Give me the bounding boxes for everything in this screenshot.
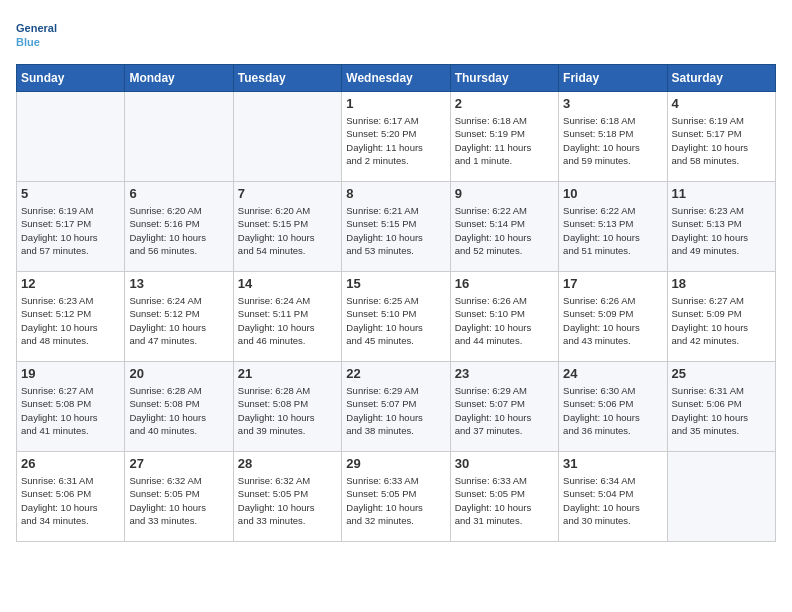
calendar-cell: 8Sunrise: 6:21 AM Sunset: 5:15 PM Daylig… <box>342 182 450 272</box>
day-number: 20 <box>129 366 228 381</box>
calendar-week-5: 26Sunrise: 6:31 AM Sunset: 5:06 PM Dayli… <box>17 452 776 542</box>
day-info: Sunrise: 6:24 AM Sunset: 5:11 PM Dayligh… <box>238 294 337 347</box>
day-number: 29 <box>346 456 445 471</box>
day-number: 17 <box>563 276 662 291</box>
calendar-cell: 24Sunrise: 6:30 AM Sunset: 5:06 PM Dayli… <box>559 362 667 452</box>
calendar-body: 1Sunrise: 6:17 AM Sunset: 5:20 PM Daylig… <box>17 92 776 542</box>
day-number: 26 <box>21 456 120 471</box>
calendar-cell: 5Sunrise: 6:19 AM Sunset: 5:17 PM Daylig… <box>17 182 125 272</box>
day-info: Sunrise: 6:33 AM Sunset: 5:05 PM Dayligh… <box>455 474 554 527</box>
day-info: Sunrise: 6:31 AM Sunset: 5:06 PM Dayligh… <box>672 384 771 437</box>
day-number: 13 <box>129 276 228 291</box>
day-info: Sunrise: 6:28 AM Sunset: 5:08 PM Dayligh… <box>129 384 228 437</box>
calendar-cell <box>125 92 233 182</box>
calendar-cell: 11Sunrise: 6:23 AM Sunset: 5:13 PM Dayli… <box>667 182 775 272</box>
day-info: Sunrise: 6:26 AM Sunset: 5:09 PM Dayligh… <box>563 294 662 347</box>
calendar-cell: 10Sunrise: 6:22 AM Sunset: 5:13 PM Dayli… <box>559 182 667 272</box>
day-number: 15 <box>346 276 445 291</box>
calendar-cell: 9Sunrise: 6:22 AM Sunset: 5:14 PM Daylig… <box>450 182 558 272</box>
calendar-cell: 22Sunrise: 6:29 AM Sunset: 5:07 PM Dayli… <box>342 362 450 452</box>
day-number: 22 <box>346 366 445 381</box>
svg-text:General: General <box>16 22 57 34</box>
svg-text:Blue: Blue <box>16 36 40 48</box>
calendar-cell: 30Sunrise: 6:33 AM Sunset: 5:05 PM Dayli… <box>450 452 558 542</box>
calendar-table: SundayMondayTuesdayWednesdayThursdayFrid… <box>16 64 776 542</box>
day-number: 19 <box>21 366 120 381</box>
calendar-cell: 18Sunrise: 6:27 AM Sunset: 5:09 PM Dayli… <box>667 272 775 362</box>
day-number: 4 <box>672 96 771 111</box>
calendar-cell: 21Sunrise: 6:28 AM Sunset: 5:08 PM Dayli… <box>233 362 341 452</box>
day-number: 31 <box>563 456 662 471</box>
calendar-week-1: 1Sunrise: 6:17 AM Sunset: 5:20 PM Daylig… <box>17 92 776 182</box>
day-info: Sunrise: 6:18 AM Sunset: 5:18 PM Dayligh… <box>563 114 662 167</box>
calendar-cell: 29Sunrise: 6:33 AM Sunset: 5:05 PM Dayli… <box>342 452 450 542</box>
calendar-cell: 23Sunrise: 6:29 AM Sunset: 5:07 PM Dayli… <box>450 362 558 452</box>
day-number: 7 <box>238 186 337 201</box>
calendar-cell: 7Sunrise: 6:20 AM Sunset: 5:15 PM Daylig… <box>233 182 341 272</box>
weekday-header-row: SundayMondayTuesdayWednesdayThursdayFrid… <box>17 65 776 92</box>
day-number: 18 <box>672 276 771 291</box>
calendar-week-2: 5Sunrise: 6:19 AM Sunset: 5:17 PM Daylig… <box>17 182 776 272</box>
weekday-header-saturday: Saturday <box>667 65 775 92</box>
weekday-header-friday: Friday <box>559 65 667 92</box>
day-number: 2 <box>455 96 554 111</box>
day-info: Sunrise: 6:27 AM Sunset: 5:08 PM Dayligh… <box>21 384 120 437</box>
day-info: Sunrise: 6:24 AM Sunset: 5:12 PM Dayligh… <box>129 294 228 347</box>
weekday-header-tuesday: Tuesday <box>233 65 341 92</box>
day-info: Sunrise: 6:22 AM Sunset: 5:13 PM Dayligh… <box>563 204 662 257</box>
calendar-week-4: 19Sunrise: 6:27 AM Sunset: 5:08 PM Dayli… <box>17 362 776 452</box>
day-number: 1 <box>346 96 445 111</box>
svg-marker-4 <box>56 16 66 28</box>
day-number: 12 <box>21 276 120 291</box>
calendar-cell: 4Sunrise: 6:19 AM Sunset: 5:17 PM Daylig… <box>667 92 775 182</box>
calendar-cell: 14Sunrise: 6:24 AM Sunset: 5:11 PM Dayli… <box>233 272 341 362</box>
logo-svg: General Blue <box>16 16 66 56</box>
day-info: Sunrise: 6:19 AM Sunset: 5:17 PM Dayligh… <box>21 204 120 257</box>
calendar-cell: 13Sunrise: 6:24 AM Sunset: 5:12 PM Dayli… <box>125 272 233 362</box>
calendar-cell <box>17 92 125 182</box>
calendar-cell: 19Sunrise: 6:27 AM Sunset: 5:08 PM Dayli… <box>17 362 125 452</box>
day-info: Sunrise: 6:28 AM Sunset: 5:08 PM Dayligh… <box>238 384 337 437</box>
day-info: Sunrise: 6:30 AM Sunset: 5:06 PM Dayligh… <box>563 384 662 437</box>
day-info: Sunrise: 6:21 AM Sunset: 5:15 PM Dayligh… <box>346 204 445 257</box>
weekday-header-thursday: Thursday <box>450 65 558 92</box>
day-number: 5 <box>21 186 120 201</box>
day-number: 10 <box>563 186 662 201</box>
logo: General Blue <box>16 16 66 56</box>
day-number: 8 <box>346 186 445 201</box>
calendar-cell: 12Sunrise: 6:23 AM Sunset: 5:12 PM Dayli… <box>17 272 125 362</box>
day-number: 21 <box>238 366 337 381</box>
day-info: Sunrise: 6:26 AM Sunset: 5:10 PM Dayligh… <box>455 294 554 347</box>
weekday-header-sunday: Sunday <box>17 65 125 92</box>
calendar-cell: 2Sunrise: 6:18 AM Sunset: 5:19 PM Daylig… <box>450 92 558 182</box>
day-info: Sunrise: 6:19 AM Sunset: 5:17 PM Dayligh… <box>672 114 771 167</box>
day-number: 3 <box>563 96 662 111</box>
calendar-cell <box>667 452 775 542</box>
calendar-cell: 26Sunrise: 6:31 AM Sunset: 5:06 PM Dayli… <box>17 452 125 542</box>
calendar-cell <box>233 92 341 182</box>
day-number: 23 <box>455 366 554 381</box>
calendar-cell: 3Sunrise: 6:18 AM Sunset: 5:18 PM Daylig… <box>559 92 667 182</box>
calendar-cell: 15Sunrise: 6:25 AM Sunset: 5:10 PM Dayli… <box>342 272 450 362</box>
weekday-header-monday: Monday <box>125 65 233 92</box>
day-number: 9 <box>455 186 554 201</box>
day-info: Sunrise: 6:31 AM Sunset: 5:06 PM Dayligh… <box>21 474 120 527</box>
day-info: Sunrise: 6:33 AM Sunset: 5:05 PM Dayligh… <box>346 474 445 527</box>
day-number: 11 <box>672 186 771 201</box>
calendar-cell: 25Sunrise: 6:31 AM Sunset: 5:06 PM Dayli… <box>667 362 775 452</box>
calendar-week-3: 12Sunrise: 6:23 AM Sunset: 5:12 PM Dayli… <box>17 272 776 362</box>
day-info: Sunrise: 6:29 AM Sunset: 5:07 PM Dayligh… <box>346 384 445 437</box>
calendar-cell: 17Sunrise: 6:26 AM Sunset: 5:09 PM Dayli… <box>559 272 667 362</box>
calendar-cell: 6Sunrise: 6:20 AM Sunset: 5:16 PM Daylig… <box>125 182 233 272</box>
day-info: Sunrise: 6:27 AM Sunset: 5:09 PM Dayligh… <box>672 294 771 347</box>
day-info: Sunrise: 6:17 AM Sunset: 5:20 PM Dayligh… <box>346 114 445 167</box>
day-number: 6 <box>129 186 228 201</box>
day-number: 30 <box>455 456 554 471</box>
day-number: 28 <box>238 456 337 471</box>
day-info: Sunrise: 6:23 AM Sunset: 5:13 PM Dayligh… <box>672 204 771 257</box>
day-info: Sunrise: 6:22 AM Sunset: 5:14 PM Dayligh… <box>455 204 554 257</box>
day-number: 27 <box>129 456 228 471</box>
weekday-header-wednesday: Wednesday <box>342 65 450 92</box>
day-info: Sunrise: 6:23 AM Sunset: 5:12 PM Dayligh… <box>21 294 120 347</box>
day-info: Sunrise: 6:32 AM Sunset: 5:05 PM Dayligh… <box>129 474 228 527</box>
